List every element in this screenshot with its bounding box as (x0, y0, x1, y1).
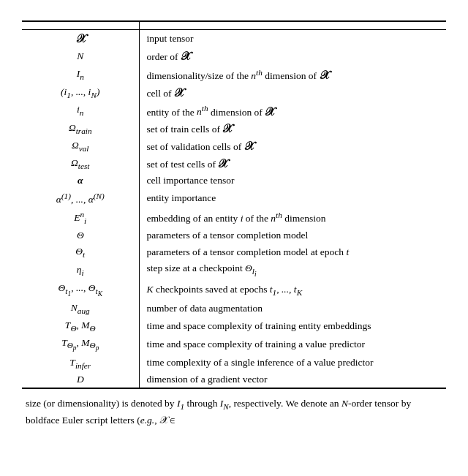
definition-cell: entity of the nth dimension of 𝒳 (139, 102, 446, 121)
definition-cell: dimensionality/size of the nth dimension… (139, 65, 446, 84)
symbol-cell: Ωval (22, 137, 139, 155)
definition-cell: input tensor (139, 30, 446, 48)
symbols-table: 𝒳 input tensor N order of 𝒳 In dimension… (22, 20, 446, 389)
symbol-cell: (i1, ..., iN) (22, 84, 139, 102)
table-row: TΘ, MΘ time and space complexity of trai… (22, 317, 446, 335)
definition-cell: entity importance (139, 189, 446, 208)
table-row: In dimensionality/size of the nth dimens… (22, 65, 446, 84)
definition-cell: cell importance tensor (139, 173, 446, 189)
definition-cell: set of validation cells of 𝒳 (139, 137, 446, 155)
table-row: N order of 𝒳 (22, 48, 446, 65)
symbol-cell: TΘ, MΘ (22, 317, 139, 335)
table-row: Ωtrain set of train cells of 𝒳 (22, 120, 446, 137)
table-row: Θ parameters of a tensor completion mode… (22, 227, 446, 243)
definition-cell: dimension of a gradient vector (139, 371, 446, 388)
definition-cell: time complexity of a single inference of… (139, 355, 446, 372)
definition-cell: order of 𝒳 (139, 48, 446, 65)
definition-cell: parameters of a tensor completion model … (139, 243, 446, 261)
symbol-column-header (22, 21, 139, 30)
symbol-cell: TΘp, MΘp (22, 335, 139, 355)
table-row: Ωtest set of test cells of 𝒳 (22, 155, 446, 173)
symbol-cell: Θt (22, 243, 139, 261)
symbol-cell: D (22, 371, 139, 388)
caption-text: size (or dimensionality) is denoted by I… (22, 396, 446, 428)
definition-cell: set of test cells of 𝒳 (139, 155, 446, 173)
symbol-cell: in (22, 102, 139, 121)
definition-cell: number of data augmentation (139, 300, 446, 317)
definition-cell: K checkpoints saved at epochs t1, ..., t… (139, 280, 446, 300)
table-row: Naug number of data augmentation (22, 300, 446, 317)
symbol-cell: Θt1, ..., ΘtK (22, 280, 139, 300)
definition-cell: time and space complexity of training en… (139, 317, 446, 335)
symbol-cell: ηi (22, 260, 139, 280)
table-row: Tinfer time complexity of a single infer… (22, 355, 446, 372)
table-row: TΘp, MΘp time and space complexity of tr… (22, 335, 446, 355)
table-row: (i1, ..., iN) cell of 𝒳 (22, 84, 446, 102)
table-row: Ωval set of validation cells of 𝒳 (22, 137, 446, 155)
definition-cell: parameters of a tensor completion model (139, 227, 446, 243)
table-row: α(1), ..., α(N) entity importance (22, 189, 446, 208)
page-container: 𝒳 input tensor N order of 𝒳 In dimension… (0, 0, 468, 442)
table-row: Eni embedding of an entity i of the nth … (22, 208, 446, 227)
table-row: Θt parameters of a tensor completion mod… (22, 243, 446, 261)
definition-column-header (139, 21, 446, 30)
table-row: D dimension of a gradient vector (22, 371, 446, 388)
symbol-cell: α (22, 173, 139, 189)
symbol-cell: In (22, 65, 139, 84)
symbol-cell: Tinfer (22, 355, 139, 372)
symbol-cell: Θ (22, 227, 139, 243)
definition-cell: step size at a checkpoint Θli (139, 260, 446, 280)
symbol-cell: Eni (22, 208, 139, 227)
definition-cell: time and space complexity of training a … (139, 335, 446, 355)
table-row: ηi step size at a checkpoint Θli (22, 260, 446, 280)
table-row: in entity of the nth dimension of 𝒳 (22, 102, 446, 121)
symbol-cell: N (22, 48, 139, 65)
symbol-cell: Ωtrain (22, 120, 139, 137)
symbol-cell: Ωtest (22, 155, 139, 173)
definition-cell: cell of 𝒳 (139, 84, 446, 102)
symbol-cell: α(1), ..., α(N) (22, 189, 139, 208)
symbol-cell: Naug (22, 300, 139, 317)
table-row: 𝒳 input tensor (22, 30, 446, 48)
definition-cell: set of train cells of 𝒳 (139, 120, 446, 137)
symbol-cell: 𝒳 (22, 30, 139, 48)
definition-cell: embedding of an entity i of the nth dime… (139, 208, 446, 227)
table-row: Θt1, ..., ΘtK K checkpoints saved at epo… (22, 280, 446, 300)
table-header-row (22, 21, 446, 30)
table-row: α cell importance tensor (22, 173, 446, 189)
